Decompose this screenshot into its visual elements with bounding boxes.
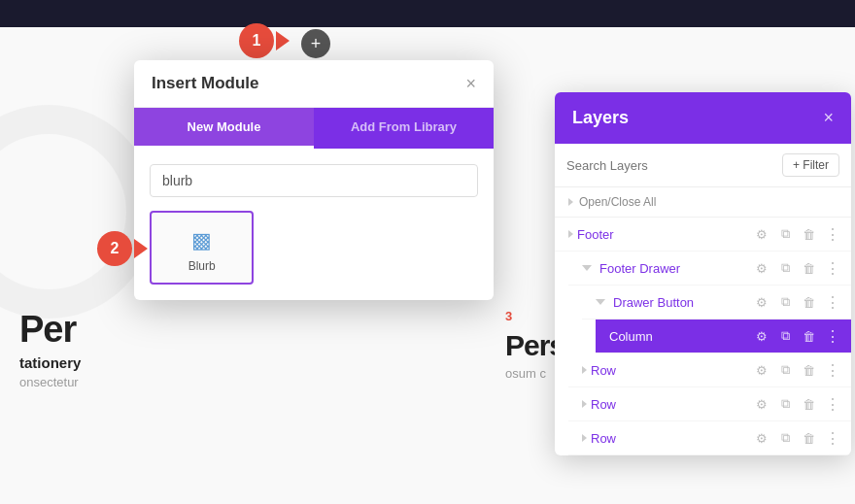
row1-actions: ⚙ ⧉ 🗑 ⋮ bbox=[752, 360, 841, 380]
deco-circle bbox=[0, 105, 155, 319]
layer-row-drawer-button[interactable]: Drawer Button ⚙ ⧉ 🗑 ⋮ bbox=[582, 286, 851, 319]
bg-text-left: Per tationery onsectetur bbox=[19, 309, 81, 389]
footer-drawer-layer-name: Footer Drawer bbox=[599, 261, 748, 276]
layer-row-footer-drawer[interactable]: Footer Drawer ⚙ ⧉ 🗑 ⋮ bbox=[568, 252, 851, 286]
column-layer-name: Column bbox=[609, 329, 748, 344]
tab-add-from-library[interactable]: Add From Library bbox=[314, 108, 494, 149]
insert-module-modal: Insert Module × New Module Add From Libr… bbox=[134, 60, 494, 300]
layers-close-button[interactable]: × bbox=[823, 108, 834, 128]
row2-chevron bbox=[582, 400, 587, 408]
step-1-arrow bbox=[276, 31, 290, 50]
filter-button[interactable]: + Filter bbox=[782, 153, 839, 177]
modal-body: ▩ Blurb bbox=[134, 149, 494, 300]
layers-panel: Layers × + Filter Open/Close All Footer … bbox=[555, 92, 851, 455]
step-1-bubble: 1 bbox=[239, 23, 274, 58]
step-2-bubble: 2 bbox=[97, 231, 132, 266]
footer-chevron bbox=[568, 230, 573, 238]
modal-header: Insert Module × bbox=[134, 60, 494, 108]
blurb-icon: ▩ bbox=[191, 228, 212, 253]
modal-tabs: New Module Add From Library bbox=[134, 108, 494, 149]
tab-new-module[interactable]: New Module bbox=[134, 108, 314, 149]
blurb-module-label: Blurb bbox=[188, 259, 216, 273]
row2-more-icon[interactable]: ⋮ bbox=[822, 394, 841, 414]
footer-actions: ⚙ ⧉ 🗑 ⋮ bbox=[752, 224, 841, 244]
footer-drawer-chevron bbox=[582, 265, 592, 271]
row2-delete-icon[interactable]: 🗑 bbox=[799, 394, 818, 414]
drawer-button-chevron bbox=[596, 299, 605, 305]
column-actions: ⚙ ⧉ 🗑 ⋮ bbox=[752, 326, 841, 346]
column-more-icon[interactable]: ⋮ bbox=[822, 326, 841, 346]
footer-copy-icon[interactable]: ⧉ bbox=[775, 224, 795, 244]
layer-row-footer[interactable]: Footer ⚙ ⧉ 🗑 ⋮ bbox=[555, 218, 851, 252]
layer-row-row-1[interactable]: Row ⚙ ⧉ 🗑 ⋮ bbox=[568, 353, 851, 387]
row3-delete-icon[interactable]: 🗑 bbox=[799, 428, 818, 448]
layers-header: Layers × bbox=[555, 92, 851, 144]
layer-row-row-3[interactable]: Row ⚙ ⧉ 🗑 ⋮ bbox=[568, 421, 851, 455]
open-close-all-row: Open/Close All bbox=[555, 187, 851, 218]
drawer-button-settings-icon[interactable]: ⚙ bbox=[752, 292, 771, 312]
row3-copy-icon[interactable]: ⧉ bbox=[775, 428, 795, 448]
drawer-button-delete-icon[interactable]: 🗑 bbox=[799, 292, 818, 312]
footer-settings-icon[interactable]: ⚙ bbox=[752, 224, 771, 244]
bg-heading-left: Per bbox=[19, 309, 81, 351]
footer-drawer-actions: ⚙ ⧉ 🗑 ⋮ bbox=[752, 258, 841, 278]
column-settings-icon[interactable]: ⚙ bbox=[752, 326, 771, 346]
step-2-arrow bbox=[134, 239, 148, 258]
footer-drawer-delete-icon[interactable]: 🗑 bbox=[799, 258, 818, 278]
column-copy-icon[interactable]: ⧉ bbox=[775, 326, 795, 346]
row3-layer-name: Row bbox=[591, 431, 748, 446]
layers-title: Layers bbox=[572, 108, 629, 128]
step-1-indicator: 1 bbox=[239, 23, 290, 58]
row3-more-icon[interactable]: ⋮ bbox=[822, 428, 841, 448]
footer-drawer-more-icon[interactable]: ⋮ bbox=[822, 258, 841, 278]
layer-row-column[interactable]: Column ⚙ ⧉ 🗑 ⋮ bbox=[596, 319, 851, 353]
row2-actions: ⚙ ⧉ 🗑 ⋮ bbox=[752, 394, 841, 414]
row3-settings-icon[interactable]: ⚙ bbox=[752, 428, 771, 448]
bg-subtext-left: tationery bbox=[19, 354, 81, 371]
blurb-module-card[interactable]: ▩ Blurb bbox=[150, 211, 254, 285]
row2-settings-icon[interactable]: ⚙ bbox=[752, 394, 771, 414]
row1-more-icon[interactable]: ⋮ bbox=[822, 360, 841, 380]
footer-layer-name: Footer bbox=[577, 227, 748, 242]
column-delete-icon[interactable]: 🗑 bbox=[799, 326, 818, 346]
layers-search-row: + Filter bbox=[555, 144, 851, 187]
top-bar bbox=[0, 0, 855, 27]
drawer-button-copy-icon[interactable]: ⧉ bbox=[775, 292, 795, 312]
row1-layer-name: Row bbox=[591, 363, 748, 378]
row3-actions: ⚙ ⧉ 🗑 ⋮ bbox=[752, 428, 841, 448]
row2-copy-icon[interactable]: ⧉ bbox=[775, 394, 795, 414]
footer-drawer-settings-icon[interactable]: ⚙ bbox=[752, 258, 771, 278]
layer-row-row-2[interactable]: Row ⚙ ⧉ 🗑 ⋮ bbox=[568, 387, 851, 421]
modal-title: Insert Module bbox=[152, 74, 259, 93]
open-close-chevron bbox=[568, 198, 573, 206]
plus-button[interactable]: + bbox=[301, 29, 330, 58]
row2-layer-name: Row bbox=[591, 397, 748, 412]
step-2-indicator: 2 bbox=[97, 231, 148, 266]
bg-subsub-left: onsectetur bbox=[19, 375, 81, 389]
footer-delete-icon[interactable]: 🗑 bbox=[799, 224, 818, 244]
layers-search-input[interactable] bbox=[566, 158, 774, 173]
module-grid: ▩ Blurb bbox=[150, 211, 478, 285]
drawer-button-layer-name: Drawer Button bbox=[613, 295, 748, 310]
modal-close-button[interactable]: × bbox=[465, 75, 476, 92]
open-close-label: Open/Close All bbox=[579, 195, 656, 209]
row1-copy-icon[interactable]: ⧉ bbox=[775, 360, 795, 380]
row1-settings-icon[interactable]: ⚙ bbox=[752, 360, 771, 380]
module-search-input[interactable] bbox=[150, 164, 478, 197]
footer-more-icon[interactable]: ⋮ bbox=[822, 224, 841, 244]
row1-delete-icon[interactable]: 🗑 bbox=[799, 360, 818, 380]
drawer-button-more-icon[interactable]: ⋮ bbox=[822, 292, 841, 312]
row3-chevron bbox=[582, 434, 587, 442]
footer-drawer-copy-icon[interactable]: ⧉ bbox=[775, 258, 795, 278]
row1-chevron bbox=[582, 366, 587, 374]
drawer-button-actions: ⚙ ⧉ 🗑 ⋮ bbox=[752, 292, 841, 312]
